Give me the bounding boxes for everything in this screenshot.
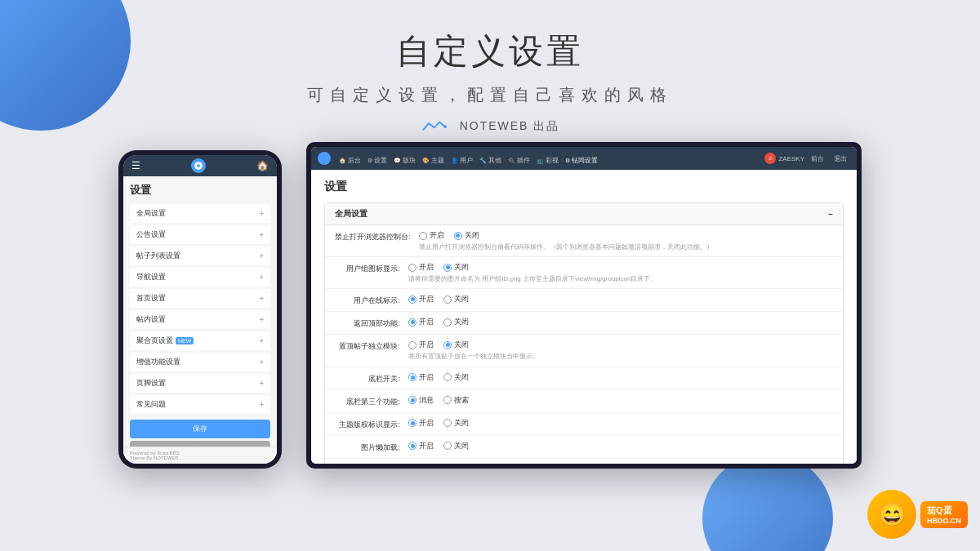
page-subtitle: 可自定义设置，配置自己喜欢的风格 [0, 84, 980, 106]
radio-option[interactable]: 关闭 [454, 230, 479, 241]
radio-option[interactable]: 开启 [408, 317, 434, 327]
brand-logo-icon [421, 119, 453, 134]
nav-item-icon: ⚙ [565, 158, 570, 163]
radio-label: 开启 [419, 262, 434, 273]
radio-option[interactable]: 开启 [408, 340, 434, 350]
desktop-nav-item[interactable]: ⚙钻同设置 [562, 155, 601, 166]
phone-menu-list: 全局设置+公告设置+帖子列表设置+导航设置+首页设置+帖内设置+聚合页设置NEW… [130, 204, 270, 414]
phone-page-title: 设置 [130, 183, 270, 198]
phone-menu-item[interactable]: 页脚设置+ [130, 374, 270, 393]
radio-dot [443, 341, 452, 349]
radio-group: 开启 关闭 [408, 317, 833, 327]
settings-control: 开启 关闭 将所有置顶贴子放在一个独立模块当中显示。 [408, 340, 833, 361]
nav-frontpage[interactable]: 前台 [808, 153, 827, 165]
settings-hint: 禁止用户打开浏览器控制台偷看代码等操作。（因个别浏览器基本问题如激活项崩溃，关闭… [419, 242, 833, 251]
radio-group: 消息 搜索 [408, 395, 833, 406]
radio-option[interactable]: 消息 [408, 395, 434, 406]
radio-option[interactable]: 关闭 [443, 418, 469, 429]
phone-menu-label: 导航设置 [136, 272, 166, 282]
settings-control: 开启 关闭 请将你需要的图片命名为 用户组ID.png 上传至主题目录下view… [408, 262, 833, 283]
radio-label: 关闭 [454, 340, 469, 350]
phone-menu-label: 页脚设置 [136, 378, 166, 389]
settings-row: 主题版权标识显示: 开启 关闭 [325, 413, 843, 436]
radio-option[interactable]: 开启 [408, 294, 434, 304]
radio-option[interactable]: 关闭 [443, 372, 469, 383]
desktop-content[interactable]: 设置 全局设置 − 禁止打开浏览器控制台: 开启 关闭 禁止用户打开浏览器控制台… [311, 170, 857, 464]
settings-label: 返回顶部功能: [335, 317, 400, 329]
nav-avatar: Z [764, 153, 776, 164]
desktop-nav-item[interactable]: ⚙设置 [364, 155, 390, 166]
nav-logo [318, 152, 331, 165]
radio-label: 关闭 [454, 262, 469, 273]
phone-mockup: ☰ 🏠 设置 全局设置+公告设置+帖子列表设置+导航设置+首页设置+帖内设置+聚… [118, 150, 282, 469]
radio-dot [443, 295, 452, 304]
phone-menu-plus: + [259, 209, 264, 218]
phone-menu-item[interactable]: 帖子列表设置+ [130, 247, 270, 265]
phone-home-icon: 🏠 [256, 160, 269, 171]
radio-option[interactable]: 开启 [419, 230, 444, 241]
settings-section-title: 全局设置 [335, 208, 368, 220]
phone-menu-item[interactable]: 聚合页设置NEW+ [130, 331, 270, 350]
radio-dot [408, 442, 416, 450]
nav-item-icon: ⚙ [368, 158, 372, 163]
radio-option[interactable]: 搜索 [443, 395, 469, 406]
radio-group: 开启 关闭 [408, 294, 833, 304]
radio-option[interactable]: 关闭 [443, 294, 469, 304]
nav-item-icon: 📺 [537, 158, 544, 163]
brand-name: NOTEWEB 出品 [460, 119, 560, 134]
phone-menu-plus: + [259, 273, 264, 282]
phone-body: 设置 全局设置+公告设置+帖子列表设置+导航设置+首页设置+帖内设置+聚合页设置… [123, 176, 277, 447]
header: 自定义设置 可自定义设置，配置自己喜欢的风格 NOTEWEB 出品 [0, 0, 980, 134]
desktop-nav-item[interactable]: 👤用户 [448, 155, 476, 166]
sticker-area: 😄 茄Q蛋 HBDO.CN [867, 490, 968, 539]
radio-option[interactable]: 开启 [408, 418, 434, 429]
radio-group: 开启 关闭 [408, 418, 833, 429]
settings-row: 底栏开关: 开启 关闭 [325, 367, 843, 390]
settings-row: 返回顶部功能: 开启 关闭 [325, 312, 843, 335]
radio-dot [408, 264, 416, 272]
radio-dot [408, 341, 416, 349]
phone-menu-item[interactable]: 增值功能设置+ [130, 353, 270, 371]
radio-group: 开启 关闭 [408, 441, 833, 451]
desktop-nav-item[interactable]: 🔌插件 [505, 155, 533, 166]
radio-label: 开启 [419, 317, 434, 327]
phone-menu-icon: ☰ [131, 160, 140, 171]
radio-label: 关闭 [465, 230, 479, 241]
phone-menu-item[interactable]: 全局设置+ [130, 204, 270, 223]
phone-menu-item[interactable]: 常见问题+ [130, 395, 270, 414]
phone-screen: ☰ 🏠 设置 全局设置+公告设置+帖子列表设置+导航设置+首页设置+帖内设置+聚… [123, 155, 277, 464]
phone-topbar: ☰ 🏠 [123, 155, 277, 176]
phone-footer: Powered by Xiuto BBS Theme By NOTEWEB [123, 447, 277, 464]
desktop-nav-item[interactable]: 🎨主题 [419, 155, 448, 166]
radio-option[interactable]: 关闭 [443, 340, 469, 350]
phone-save-button[interactable]: 保存 [130, 420, 270, 438]
desktop-nav-item[interactable]: 🏠后台 [336, 155, 364, 166]
settings-control: 开启 关闭 [408, 372, 833, 384]
new-badge: NEW [176, 337, 194, 344]
phone-back-button[interactable]: 返回 [130, 441, 270, 447]
settings-label: 置顶帖子独立模块: [335, 340, 400, 352]
desktop-nav-item[interactable]: 🔧其他 [476, 155, 505, 166]
radio-label: 关闭 [454, 294, 469, 304]
phone-menu-item[interactable]: 帖内设置+ [130, 310, 270, 329]
settings-hint: 请将你需要的图片命名为 用户组ID.png 上传至主题目录下view/img/g… [408, 274, 833, 283]
nav-logout[interactable]: 退出 [831, 153, 850, 165]
radio-option[interactable]: 开启 [408, 372, 434, 383]
settings-label: 主题版权标识显示: [335, 418, 400, 430]
radio-option[interactable]: 关闭 [443, 441, 469, 451]
phone-menu-item[interactable]: 导航设置+ [130, 268, 270, 287]
settings-control: 开启 关闭 [408, 317, 833, 329]
phone-menu-item[interactable]: 首页设置+ [130, 289, 270, 308]
settings-section-collapse[interactable]: − [828, 210, 833, 219]
desktop-nav-item[interactable]: 📺彩视 [533, 155, 562, 166]
radio-option[interactable]: 关闭 [443, 317, 469, 327]
phone-menu-item[interactable]: 公告设置+ [130, 225, 270, 244]
radio-option[interactable]: 开启 [408, 262, 434, 273]
radio-option[interactable]: 开启 [408, 441, 434, 451]
radio-option[interactable]: 关闭 [443, 262, 469, 273]
phone-menu-label: 全局设置 [136, 208, 166, 219]
phone-menu-plus: + [259, 379, 264, 388]
nav-username: ZAESKY [778, 155, 804, 162]
desktop-nav-item[interactable]: 💬版块 [390, 155, 419, 166]
radio-dot [408, 373, 416, 381]
